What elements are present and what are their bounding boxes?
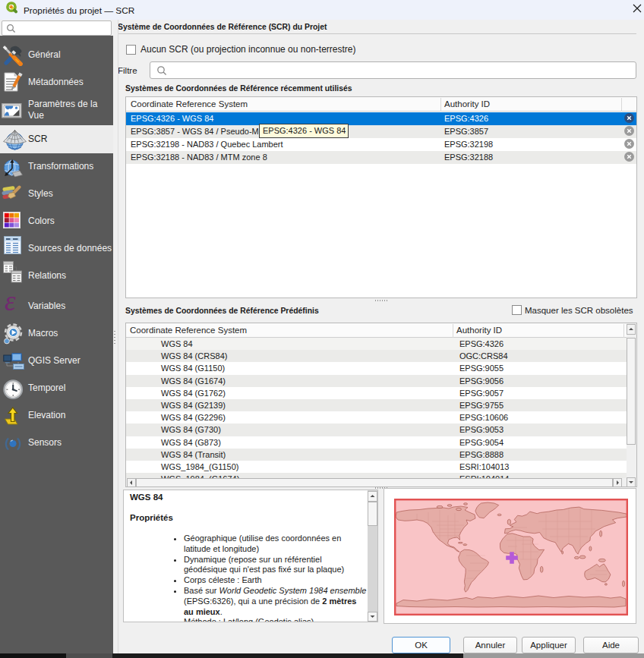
svg-text:ε: ε [5, 291, 16, 313]
